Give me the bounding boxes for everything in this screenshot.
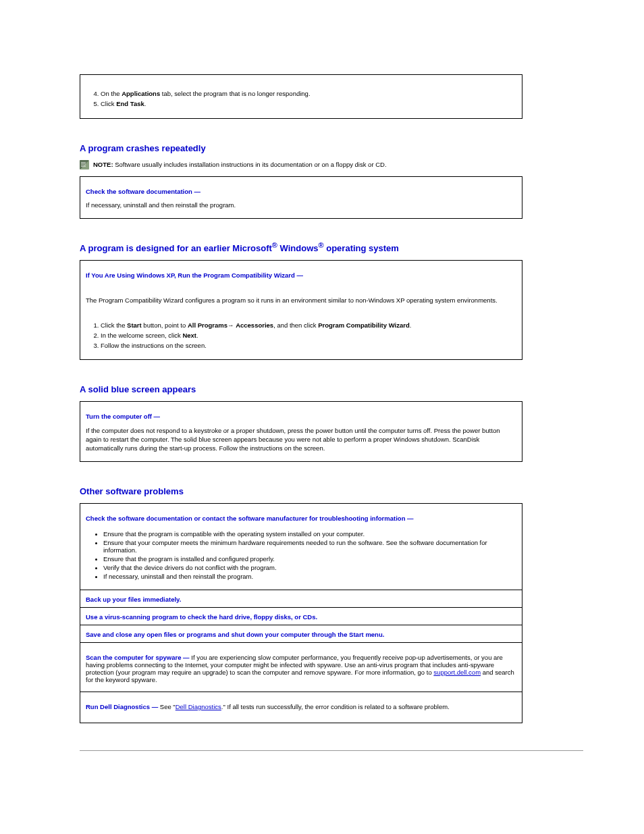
row-shutdown: Save and close any open files or program… [80, 625, 522, 643]
bullet-item: Ensure that your computer meets the mini… [98, 539, 516, 554]
heading-mid: Windows [277, 243, 319, 253]
compat-lead: If You Are Using Windows XP, Run the Pro… [86, 271, 303, 279]
compat-steps: Click the Start button, point to All Pro… [86, 321, 516, 350]
check-docs-text: If necessary, uninstall and then reinsta… [86, 201, 516, 210]
row1-bullets: Ensure that the program is compatible wi… [86, 530, 516, 580]
bullet-item: Verify that the device drivers do not co… [98, 564, 516, 571]
task-manager-steps-box: On the Applications tab, select the prog… [80, 74, 522, 119]
note-text: NOTE: Software usually includes installa… [93, 161, 387, 168]
task-manager-steps-list: On the Applications tab, select the prog… [86, 90, 516, 109]
other-problems-box: Check the software documentation or cont… [80, 503, 522, 723]
blue-lead: Turn the computer off — [86, 413, 160, 420]
row-check-docs: Check the software documentation or cont… [80, 504, 522, 590]
blue-screen-box: Turn the computer off — If the computer … [80, 401, 522, 461]
check-docs-lead: Check the software documentation — [86, 188, 200, 195]
task-step: Click End Task. [101, 100, 516, 109]
note-icon [80, 160, 89, 170]
row-spyware: Scan the computer for spyware — If you a… [80, 643, 522, 692]
row3-text: Use a virus-scanning program to check th… [86, 613, 317, 621]
row1-lead: Check the software documentation or cont… [86, 515, 414, 522]
row6-a: See " [160, 703, 176, 710]
heading-blue-screen: A solid blue screen appears [80, 384, 522, 394]
page-rule [80, 750, 583, 751]
note-label: NOTE: [93, 161, 113, 168]
row2-text: Back up your files immediately. [86, 596, 181, 603]
note-row: NOTE: Software usually includes installa… [80, 160, 522, 170]
row-virus-scan: Use a virus-scanning program to check th… [80, 608, 522, 625]
check-documentation-box: Check the software documentation — If ne… [80, 176, 522, 219]
blue-text: If the computer does not respond to a ke… [86, 427, 516, 452]
compat-step-3: Follow the instructions on the screen. [101, 342, 516, 350]
row-diagnostics: Run Dell Diagnostics — See "Dell Diagnos… [80, 692, 522, 723]
support-dell-link[interactable]: support.dell.com [433, 669, 481, 676]
task-step: On the Applications tab, select the prog… [101, 90, 516, 99]
heading-pre: A program is designed for an earlier Mic… [80, 243, 272, 253]
bullet-item: Ensure that the program is compatible wi… [98, 530, 516, 538]
heading-other-problems: Other software problems [80, 486, 522, 496]
bullet-item: Ensure that the program is installed and… [98, 555, 516, 563]
row6-lead: Run Dell Diagnostics — [86, 703, 158, 710]
note-body: Software usually includes installation i… [115, 161, 386, 168]
compat-step-1: Click the Start button, point to All Pro… [101, 321, 516, 330]
heading-crashes-repeatedly: A program crashes repeatedly [80, 143, 522, 153]
heading-earlier-windows: A program is designed for an earlier Mic… [80, 243, 522, 253]
heading-post: operating system [324, 243, 399, 253]
compat-step-2: In the welcome screen, click Next. [101, 332, 516, 340]
row-backup: Back up your files immediately. [80, 590, 522, 608]
row4-text: Save and close any open files or program… [86, 631, 384, 638]
row5-lead: Scan the computer for spyware — [86, 654, 190, 661]
dell-diagnostics-link[interactable]: Dell Diagnostics [176, 703, 221, 710]
bullet-item: If necessary, uninstall and then reinsta… [98, 573, 516, 580]
row6-b: ." If all tests run successfully, the er… [221, 703, 450, 710]
compatibility-wizard-box: If You Are Using Windows XP, Run the Pro… [80, 260, 522, 360]
compat-para: The Program Compatibility Wizard configu… [86, 296, 516, 305]
